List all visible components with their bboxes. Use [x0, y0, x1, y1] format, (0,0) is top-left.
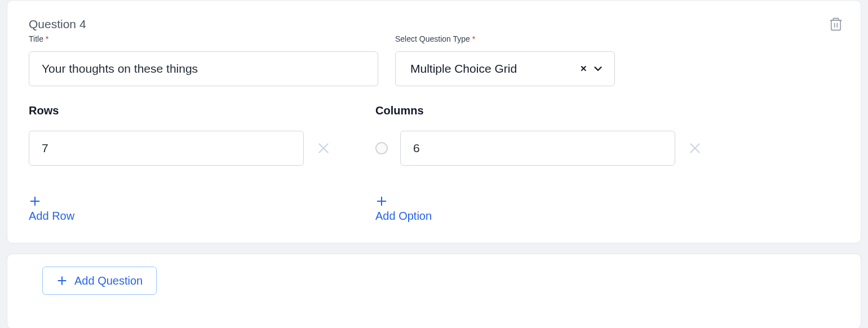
- question-card: Question 4 Title * Select Question Type …: [7, 0, 861, 243]
- plus-icon: [56, 275, 68, 286]
- add-question-label: Add Question: [74, 274, 143, 287]
- clear-select-button[interactable]: ✕: [575, 64, 592, 74]
- column-input[interactable]: [400, 131, 675, 166]
- title-label: Title *: [29, 34, 378, 43]
- rows-section-label: Rows: [29, 104, 375, 117]
- question-type-label-text: Select Question Type: [395, 34, 470, 43]
- row-input[interactable]: [29, 131, 304, 166]
- add-row-button[interactable]: Add Row: [29, 195, 74, 223]
- chevron-down-icon: [592, 63, 604, 75]
- trash-icon: [828, 16, 844, 32]
- remove-column-button[interactable]: [688, 141, 702, 156]
- remove-row-button[interactable]: [316, 141, 331, 156]
- add-question-button[interactable]: Add Question: [42, 267, 157, 295]
- delete-question-button[interactable]: [828, 16, 844, 32]
- question-heading: Question 4: [29, 17, 839, 31]
- column-item: [375, 131, 839, 166]
- question-type-select[interactable]: Multiple Choice Grid ✕: [395, 51, 615, 86]
- columns-section-label: Columns: [375, 104, 839, 117]
- close-icon: [316, 141, 331, 156]
- add-option-button[interactable]: Add Option: [375, 195, 432, 223]
- title-input[interactable]: [29, 51, 378, 86]
- question-type-value: Multiple Choice Grid: [410, 62, 575, 76]
- title-label-text: Title: [29, 34, 43, 43]
- row-item: [29, 131, 375, 166]
- add-row-label: Add Row: [29, 210, 74, 223]
- required-marker: *: [472, 34, 475, 43]
- required-marker: *: [46, 34, 48, 43]
- add-option-label: Add Option: [375, 210, 432, 223]
- footer-card: Add Question: [7, 254, 861, 328]
- svg-rect-0: [831, 20, 840, 30]
- plus-icon: [29, 195, 41, 207]
- plus-icon: [375, 195, 388, 207]
- radio-icon: [375, 142, 388, 154]
- question-type-label: Select Question Type *: [395, 34, 839, 43]
- close-icon: [688, 141, 702, 156]
